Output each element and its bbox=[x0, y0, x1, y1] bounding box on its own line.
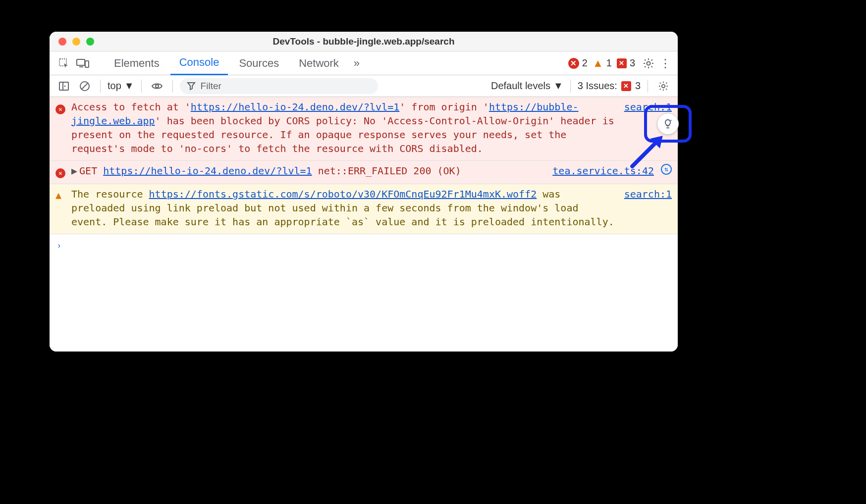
issues-label: 3 Issues: bbox=[578, 80, 617, 92]
toggle-sidebar-icon[interactable] bbox=[55, 78, 72, 95]
initiator-reload-icon[interactable]: ⇅ bbox=[661, 164, 672, 175]
log-levels-selector[interactable]: Default levels ▼ bbox=[491, 80, 563, 92]
message-link[interactable]: https://fonts.gstatic.com/s/roboto/v30/K… bbox=[149, 188, 537, 200]
clear-console-icon[interactable] bbox=[76, 78, 93, 95]
log-levels-label: Default levels bbox=[491, 80, 550, 92]
context-selector[interactable]: top ▼ bbox=[108, 80, 134, 92]
divider bbox=[100, 80, 101, 93]
message-text: The resource https://fonts.gstatic.com/s… bbox=[71, 187, 616, 229]
chevron-down-icon: ▼ bbox=[553, 80, 563, 92]
console-warning-message[interactable]: ▲ The resource https://fonts.gstatic.com… bbox=[50, 184, 678, 234]
svg-rect-4 bbox=[59, 82, 68, 90]
svg-point-3 bbox=[647, 61, 650, 65]
window-traffic-lights bbox=[50, 38, 94, 46]
console-messages: ✕ Access to fetch at 'https://hello-io-2… bbox=[50, 97, 678, 352]
issues-badge-count: 3 bbox=[635, 80, 641, 92]
more-menu-icon[interactable]: ⋮ bbox=[659, 56, 672, 70]
issues-badge-icon: ✕ bbox=[621, 81, 631, 91]
error-count[interactable]: ✕ 2 bbox=[568, 57, 588, 69]
warning-count-value: 1 bbox=[606, 57, 612, 69]
message-text: Access to fetch at 'https://hello-io-24.… bbox=[71, 100, 616, 155]
close-window-button[interactable] bbox=[58, 38, 66, 46]
divider bbox=[648, 80, 648, 93]
warning-icon: ▲ bbox=[593, 57, 603, 70]
inspect-element-icon[interactable] bbox=[55, 55, 72, 72]
error-icon: ✕ bbox=[55, 104, 65, 114]
funnel-icon bbox=[187, 82, 196, 91]
filter-input[interactable]: Filter bbox=[180, 78, 378, 94]
svg-rect-1 bbox=[77, 59, 85, 65]
devtools-window: DevTools - bubble-jingle.web.app/search … bbox=[50, 32, 678, 352]
devtools-tab-bar: Elements Console Sources Network » ✕ 2 ▲… bbox=[50, 51, 678, 75]
tab-sources[interactable]: Sources bbox=[230, 51, 288, 75]
warning-icon: ▲ bbox=[55, 189, 61, 201]
filter-placeholder: Filter bbox=[201, 81, 221, 92]
prompt-caret-icon: › bbox=[57, 238, 61, 252]
divider bbox=[141, 80, 142, 93]
message-link[interactable]: https://hello-io-24.deno.dev/?lvl=1 bbox=[191, 101, 399, 113]
error-icon: ✕ bbox=[568, 58, 579, 69]
context-selector-value: top bbox=[108, 80, 121, 92]
console-settings-gear-icon[interactable] bbox=[655, 78, 672, 95]
tab-elements[interactable]: Elements bbox=[105, 51, 168, 75]
tab-console[interactable]: Console bbox=[170, 51, 228, 75]
console-error-message[interactable]: ✕ ▶GET https://hello-io-24.deno.dev/?lvl… bbox=[50, 161, 678, 184]
tab-more[interactable]: » bbox=[350, 51, 364, 75]
chevron-down-icon: ▼ bbox=[124, 80, 134, 92]
message-link[interactable]: https://hello-io-24.deno.dev/?lvl=1 bbox=[103, 165, 312, 177]
ai-insight-highlight bbox=[644, 105, 692, 143]
issues-icon: ✕ bbox=[617, 58, 627, 68]
warning-count[interactable]: ▲ 1 bbox=[593, 57, 612, 70]
ai-insight-bulb-icon[interactable] bbox=[657, 113, 679, 135]
error-icon: ✕ bbox=[55, 168, 65, 178]
maximize-window-button[interactable] bbox=[86, 38, 94, 46]
issues-count-top-value: 3 bbox=[630, 57, 635, 69]
svg-point-6 bbox=[156, 85, 159, 88]
error-count-value: 2 bbox=[582, 57, 588, 69]
divider bbox=[172, 80, 173, 93]
tab-network[interactable]: Network bbox=[290, 51, 348, 75]
issues-count-top[interactable]: ✕ 3 bbox=[617, 57, 635, 69]
message-text: ▶GET https://hello-io-24.deno.dev/?lvl=1… bbox=[71, 164, 544, 179]
window-title: DevTools - bubble-jingle.web.app/search bbox=[50, 36, 678, 47]
message-source-link[interactable]: search:1 bbox=[619, 187, 672, 229]
expand-caret-icon[interactable]: ▶ bbox=[71, 165, 77, 177]
live-expression-eye-icon[interactable] bbox=[149, 78, 165, 95]
svg-rect-2 bbox=[85, 61, 89, 67]
divider bbox=[570, 80, 571, 93]
console-error-message[interactable]: ✕ Access to fetch at 'https://hello-io-2… bbox=[50, 97, 678, 161]
issues-summary[interactable]: 3 Issues: ✕ 3 bbox=[578, 80, 641, 92]
console-filter-bar: top ▼ Filter Default levels ▼ 3 Issues: … bbox=[50, 75, 678, 97]
window-titlebar: DevTools - bubble-jingle.web.app/search bbox=[50, 32, 678, 51]
console-input-row[interactable]: › bbox=[50, 234, 678, 256]
settings-gear-icon[interactable] bbox=[640, 55, 657, 72]
svg-point-7 bbox=[662, 84, 665, 87]
minimize-window-button[interactable] bbox=[72, 38, 80, 46]
device-toolbar-icon[interactable] bbox=[74, 55, 91, 72]
